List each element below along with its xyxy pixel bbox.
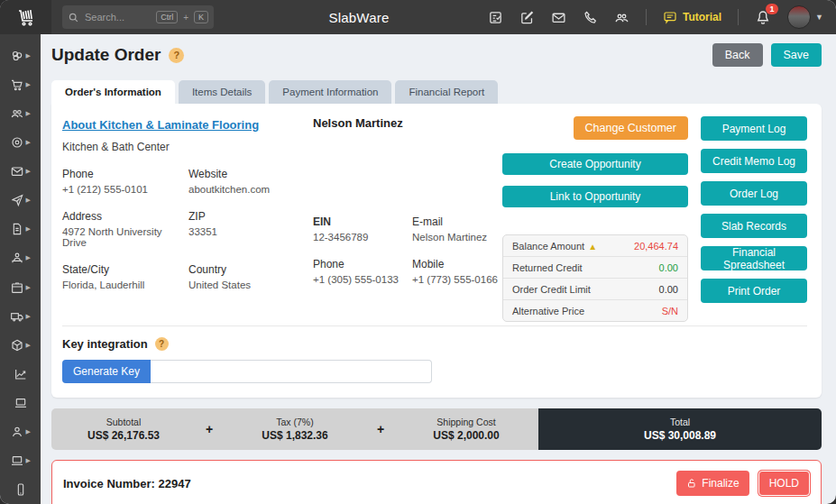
sidebar-item-mail[interactable]: ▶: [0, 157, 41, 186]
chevron-right-icon: ▶: [26, 197, 32, 204]
tab-bar: Order's Information Items Details Paymen…: [51, 80, 822, 104]
tax-value: US$ 1,832.36: [223, 429, 367, 442]
mail-icon: [551, 10, 566, 25]
financial-spreadsheet-button[interactable]: Financial Spreadsheet: [701, 246, 807, 270]
sidebar-item-terminal[interactable]: ▶: [0, 446, 41, 475]
app-screen: Ctrl + K SlabWare Tutorial 1 ▼: [0, 0, 836, 504]
sidebar-item-workstation[interactable]: [0, 389, 41, 417]
chevron-right-icon: ▶: [26, 52, 32, 60]
tutorial-button[interactable]: Tutorial: [663, 10, 721, 24]
topbar-divider: [646, 9, 647, 25]
app-logo[interactable]: [0, 0, 51, 34]
field-email: E-mailNelson Martinez: [412, 215, 502, 243]
slab-records-button[interactable]: Slab Records: [701, 214, 807, 238]
laptop2-icon: [10, 454, 24, 468]
chevron-right-icon: ▶: [26, 457, 32, 464]
company-type: Kitchen & Bath Center: [62, 141, 313, 153]
sidebar-item-documents[interactable]: ▶: [0, 215, 41, 243]
tax-block: Tax (7%) US$ 1,832.36: [223, 417, 367, 442]
invoice-card: Invoice Number: 22947 Finalize HOLD Orde…: [51, 460, 822, 504]
chevron-right-icon: ▶: [26, 139, 32, 146]
mobile-icon: [14, 482, 28, 497]
slab-cart-logo-icon: [15, 6, 37, 28]
sidebar-item-campaigns[interactable]: ▶: [0, 186, 41, 215]
tab-financial-report[interactable]: Financial Report: [395, 80, 498, 104]
compose-button[interactable]: [519, 10, 535, 25]
chevron-right-icon: ▶: [26, 342, 32, 349]
print-order-button[interactable]: Print Order: [701, 279, 807, 303]
sidebar-item-shipping[interactable]: ▶: [0, 302, 41, 331]
tutorial-label: Tutorial: [683, 11, 721, 23]
integration-key-input[interactable]: [151, 360, 432, 383]
balance-summary-box: Balance Amount▲ 20,464.74 Returned Credi…: [502, 234, 688, 322]
balance-amount-value: 20,464.74: [634, 241, 678, 252]
tasks-button[interactable]: [488, 10, 503, 25]
global-search[interactable]: Ctrl + K: [62, 5, 214, 29]
field-country: CountryUnited States: [188, 263, 313, 290]
help-icon[interactable]: ?: [155, 337, 169, 351]
payment-log-button[interactable]: Payment Log: [701, 116, 807, 141]
sidebar-item-reports[interactable]: [0, 360, 41, 389]
main-content: Update Order ? Back Save Order's Informa…: [41, 34, 836, 504]
contacts-button[interactable]: [614, 10, 629, 25]
search-input[interactable]: [85, 12, 151, 23]
order-credit-limit-row: Order Credit Limit 0.00: [503, 279, 687, 300]
save-button[interactable]: Save: [771, 43, 822, 67]
sidebar-item-account[interactable]: ▶: [0, 417, 41, 446]
order-log-button[interactable]: Order Log: [701, 181, 807, 206]
notifications-button[interactable]: 1: [755, 9, 771, 25]
finalize-button[interactable]: Finalize: [676, 471, 749, 496]
hold-button[interactable]: HOLD: [758, 471, 810, 496]
sidebar-item-inventory[interactable]: ▶: [0, 273, 41, 302]
sidebar-item-disc[interactable]: ▶: [0, 128, 41, 157]
order-information-card: About Kitchen & Laminate Flooring Kitche…: [51, 104, 822, 398]
chevron-right-icon: ▶: [26, 254, 32, 261]
field-address: Address4972 North University Drive: [62, 210, 188, 248]
company-link[interactable]: About Kitchen & Laminate Flooring: [62, 118, 259, 132]
help-icon[interactable]: ?: [169, 48, 184, 63]
inventory-box-icon: [10, 280, 24, 295]
tab-payment-information[interactable]: Payment Information: [269, 80, 391, 104]
topbar-divider: [738, 9, 739, 25]
sidebar: ▶ ▶ ▶ ▶ ▶ ▶ ▶ ▶ ▶ ▶ ▶ ▶ ▶: [0, 34, 41, 504]
mail-button[interactable]: [551, 10, 566, 25]
credit-memo-log-button[interactable]: Credit Memo Log: [701, 149, 807, 173]
sidebar-item-customers[interactable]: ▶: [0, 99, 41, 128]
create-opportunity-button[interactable]: Create Opportunity: [502, 153, 688, 175]
back-button[interactable]: Back: [712, 43, 763, 67]
field-state-city: State/CityFlorida, Lauderhill: [62, 263, 188, 290]
notification-badge: 1: [766, 4, 778, 14]
unlock-icon: [686, 478, 697, 489]
generate-key-button[interactable]: Generate Key: [62, 360, 151, 383]
tab-orders-information[interactable]: Order's Information: [51, 80, 175, 104]
kbd-ctrl: Ctrl: [156, 11, 178, 24]
link-to-opportunity-button[interactable]: Link to Opportunity: [502, 186, 688, 207]
order-credit-limit-value: 0.00: [659, 284, 678, 295]
page-header: Update Order ? Back Save: [51, 43, 822, 67]
sidebar-item-salesperson[interactable]: ▶: [0, 243, 41, 272]
chevron-right-icon: ▶: [26, 313, 32, 320]
plus-sign: +: [367, 422, 394, 436]
returned-credit-row: Returned Credit 0.00: [503, 257, 687, 279]
phone-button[interactable]: [583, 10, 598, 25]
warning-icon: ▲: [588, 242, 597, 252]
invoice-number: Invoice Number: 22947: [63, 477, 191, 490]
subtotal-block: Subtotal US$ 26,176.53: [51, 417, 196, 442]
field-website: Websiteaboutkitchen.com: [188, 168, 313, 195]
sidebar-item-mobile[interactable]: [0, 475, 41, 504]
total-block: Total US$ 30,008.89: [538, 408, 822, 450]
sidebar-item-orders[interactable]: ▶: [0, 70, 41, 99]
disc-icon: [10, 135, 24, 150]
contact-info-column: Nelson Martinez EIN12-3456789 E-mailNels…: [313, 116, 502, 322]
cart-icon: [10, 78, 24, 92]
change-customer-button[interactable]: Change Customer: [574, 116, 688, 140]
sidebar-item-slabs[interactable]: ▶: [0, 41, 41, 70]
field-ein: EIN12-3456789: [313, 215, 412, 243]
page-title: Update Order: [51, 45, 161, 65]
sidebar-item-packages[interactable]: ▶: [0, 331, 41, 360]
document-icon: [10, 222, 24, 236]
search-icon: [68, 12, 79, 23]
shipping-block: Shipping Cost US$ 2,000.00: [394, 417, 538, 442]
tab-items-details[interactable]: Items Details: [179, 80, 265, 104]
user-menu[interactable]: ▼: [787, 5, 823, 29]
